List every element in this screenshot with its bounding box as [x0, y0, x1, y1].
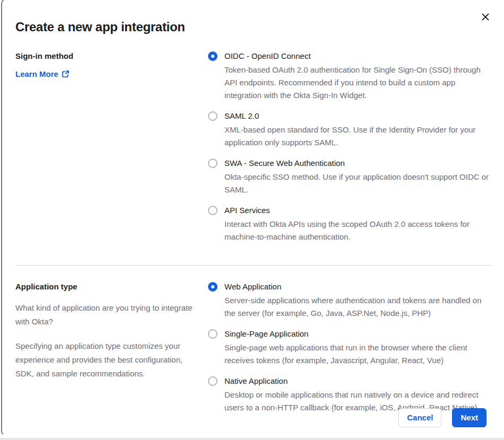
- external-link-icon: [62, 70, 69, 78]
- radio-web-application[interactable]: [208, 282, 218, 292]
- radio-swa[interactable]: [208, 159, 218, 168]
- option-label-saml: SAML 2.0: [224, 111, 492, 121]
- option-desc-saml: XML-based open standard for SSO. Use if …: [224, 124, 492, 149]
- learn-more-label: Learn More: [15, 69, 58, 78]
- dialog-footer: Cancel Next: [0, 408, 504, 427]
- radio-api-services[interactable]: [208, 206, 218, 215]
- option-label-web-application: Web Application: [224, 281, 492, 292]
- option-desc-swa: Okta-specific SSO method. Use if your ap…: [224, 171, 492, 196]
- radio-option-saml[interactable]: SAML 2.0 XML-based open standard for SSO…: [208, 111, 492, 149]
- application-type-left-column: Application type What kind of applicatio…: [15, 281, 196, 414]
- signin-method-section: Sign-in method Learn More OIDC - OpenID …: [15, 51, 492, 243]
- application-type-section: Application type What kind of applicatio…: [15, 281, 492, 414]
- option-label-single-page-application: Single-Page Application: [224, 329, 492, 339]
- option-desc-web-application: Server-side applications where authentic…: [224, 294, 492, 320]
- application-type-note: Specifying an application type customize…: [15, 339, 196, 381]
- page-title: Create a new app integration: [15, 20, 496, 34]
- radio-option-oidc[interactable]: OIDC - OpenID Connect Token-based OAuth …: [208, 51, 492, 102]
- radio-saml[interactable]: [208, 111, 218, 121]
- page-background-strip: [0, 438, 504, 440]
- option-desc-single-page-application: Single-page web applications that run in…: [224, 341, 492, 367]
- create-app-integration-dialog: Create a new app integration Sign-in met…: [1, 0, 504, 436]
- signin-method-left-column: Sign-in method Learn More: [15, 51, 196, 243]
- radio-native-application[interactable]: [208, 376, 218, 386]
- radio-single-page-application[interactable]: [208, 329, 218, 339]
- learn-more-link[interactable]: Learn More: [15, 69, 69, 78]
- application-type-question: What kind of application are you trying …: [15, 301, 196, 329]
- option-label-native-application: Native Application: [224, 376, 492, 386]
- option-label-swa: SWA - Secure Web Authentication: [224, 158, 492, 169]
- cancel-button[interactable]: Cancel: [398, 408, 441, 427]
- option-desc-oidc: Token-based OAuth 2.0 authentication for…: [224, 64, 492, 102]
- close-icon[interactable]: [481, 12, 490, 22]
- signin-method-options: OIDC - OpenID Connect Token-based OAuth …: [208, 51, 492, 243]
- signin-method-heading: Sign-in method: [15, 51, 196, 61]
- option-label-api-services: API Services: [224, 205, 492, 216]
- radio-option-web-application[interactable]: Web Application Server-side applications…: [208, 281, 492, 320]
- section-divider: [15, 265, 492, 266]
- option-label-oidc: OIDC - OpenID Connect: [224, 51, 492, 61]
- radio-option-single-page-application[interactable]: Single-Page Application Single-page web …: [208, 329, 492, 367]
- radio-option-swa[interactable]: SWA - Secure Web Authentication Okta-spe…: [208, 158, 492, 196]
- option-desc-api-services: Interact with Okta APIs using the scoped…: [224, 218, 492, 243]
- next-button[interactable]: Next: [452, 408, 486, 427]
- radio-option-api-services[interactable]: API Services Interact with Okta APIs usi…: [208, 205, 492, 243]
- application-type-heading: Application type: [15, 281, 196, 292]
- application-type-options: Web Application Server-side applications…: [208, 281, 492, 414]
- radio-oidc[interactable]: [208, 51, 218, 61]
